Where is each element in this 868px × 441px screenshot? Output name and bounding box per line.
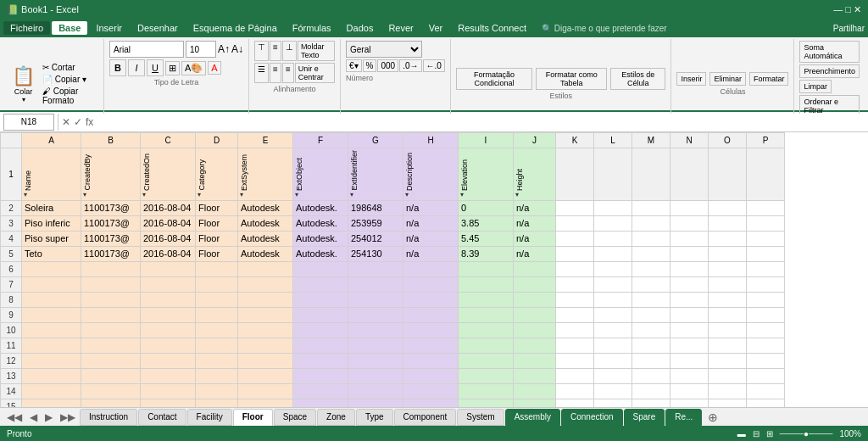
table-cell[interactable] [747,383,785,399]
table-cell[interactable] [22,383,81,399]
table-cell[interactable] [81,383,141,399]
table-cell[interactable] [348,399,403,407]
table-cell[interactable] [348,322,403,338]
table-cell[interactable] [403,353,459,368]
table-cell[interactable] [22,276,81,292]
table-cell[interactable] [556,276,594,292]
menu-inserir[interactable]: Inserir [89,21,129,35]
table-cell[interactable] [459,276,514,292]
table-cell[interactable] [747,399,785,407]
table-cell[interactable] [196,276,238,292]
table-cell[interactable]: n/a [403,215,459,231]
table-cell[interactable] [238,368,293,383]
table-cell[interactable] [403,307,459,322]
table-cell[interactable]: Piso super [22,231,81,246]
tab-nav-prev2[interactable]: ◀ [26,411,41,423]
table-cell[interactable] [196,292,238,307]
table-cell[interactable] [238,322,293,338]
table-cell[interactable]: 2016-08-04 [141,215,196,231]
header-name[interactable]: Name ▾ [22,148,81,201]
delete-button[interactable]: Eliminar [709,72,746,86]
sheet-tab-component[interactable]: Component [394,409,457,426]
header-category[interactable]: Category ▾ [196,148,238,201]
col-header-K[interactable]: K [556,133,594,148]
table-cell[interactable] [632,368,670,383]
table-cell[interactable] [514,338,556,353]
currency-button[interactable]: €▾ [346,59,362,72]
table-cell[interactable] [348,383,403,399]
table-cell[interactable] [141,292,196,307]
align-right-button[interactable]: ≡ [282,63,294,83]
table-cell[interactable] [556,261,594,276]
col-header-O[interactable]: O [709,133,747,148]
table-cell[interactable]: n/a [514,231,556,246]
table-cell[interactable] [709,353,747,368]
col-header-B[interactable]: B [81,133,141,148]
table-cell[interactable] [196,322,238,338]
table-cell[interactable]: n/a [514,215,556,231]
table-cell[interactable] [594,292,632,307]
col-header-F[interactable]: F [293,133,348,148]
table-cell[interactable] [514,353,556,368]
table-cell[interactable]: 8.39 [459,246,514,261]
table-cell[interactable] [196,261,238,276]
table-cell[interactable] [196,399,238,407]
sheet-tab-floor[interactable]: Floor [233,409,273,426]
table-cell[interactable] [632,338,670,353]
col-header-E[interactable]: E [238,133,293,148]
paste-button[interactable]: 📋 Colar ▾ [8,61,38,107]
table-cell[interactable]: Autodesk [238,215,293,231]
table-cell[interactable] [670,383,709,399]
table-cell[interactable]: Floor [196,246,238,261]
menu-ficheiro[interactable]: Ficheiro [3,21,50,35]
table-cell[interactable] [670,399,709,407]
table-cell[interactable] [594,368,632,383]
table-cell[interactable] [514,368,556,383]
table-cell[interactable] [81,353,141,368]
table-cell[interactable] [293,322,348,338]
table-cell[interactable] [556,307,594,322]
view-layout-icon[interactable]: ⊟ [753,429,760,438]
table-cell[interactable] [459,368,514,383]
table-cell[interactable] [22,261,81,276]
table-cell[interactable] [556,338,594,353]
clear-button[interactable]: Limpar [799,80,832,93]
table-cell[interactable]: 2016-08-04 [141,200,196,215]
table-cell[interactable]: Floor [196,231,238,246]
table-cell[interactable] [670,246,709,261]
table-cell[interactable] [293,353,348,368]
merge-button[interactable]: Unir e Centrar [295,63,335,83]
table-cell[interactable] [514,292,556,307]
table-cell[interactable] [293,338,348,353]
table-cell[interactable] [22,307,81,322]
increase-decimal-button[interactable]: .0→ [399,59,421,72]
sheet-tab-zone[interactable]: Zone [317,409,355,426]
font-color-button[interactable]: A [208,61,220,75]
col-header-D[interactable]: D [196,133,238,148]
table-cell[interactable] [709,200,747,215]
table-cell[interactable] [459,322,514,338]
format-table-button[interactable]: Formatar como Tabela [536,68,607,90]
table-cell[interactable] [556,383,594,399]
table-cell[interactable] [709,338,747,353]
table-cell[interactable] [556,399,594,407]
table-cell[interactable]: 1100173@ [81,200,141,215]
table-cell[interactable] [670,307,709,322]
view-page-icon[interactable]: ⊞ [766,429,773,438]
table-cell[interactable] [81,322,141,338]
table-cell[interactable] [81,399,141,407]
table-cell[interactable] [514,383,556,399]
comma-button[interactable]: 000 [377,59,398,72]
table-cell[interactable] [459,338,514,353]
table-cell[interactable] [632,383,670,399]
table-cell[interactable] [238,338,293,353]
table-cell[interactable] [594,399,632,407]
header-height[interactable]: Height ▾ [514,148,556,201]
table-cell[interactable]: Autodesk. [293,246,348,261]
table-cell[interactable] [747,368,785,383]
table-cell[interactable] [709,383,747,399]
table-cell[interactable]: Floor [196,215,238,231]
table-cell[interactable]: 1100173@ [81,231,141,246]
table-cell[interactable] [238,261,293,276]
wrap-text-button[interactable]: Moldar Texto [298,41,335,61]
